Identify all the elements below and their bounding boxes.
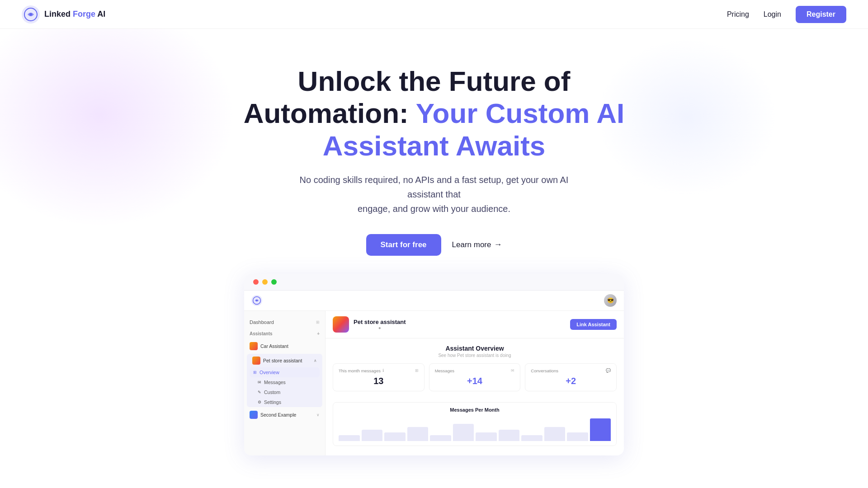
db-sidebar: Dashboard ⊞ Assistants + Car Assistant P… xyxy=(244,311,326,455)
db-overview-title: Assistant Overview xyxy=(333,345,617,352)
user-avatar: 😎 xyxy=(604,294,617,307)
chart-bar xyxy=(544,427,566,441)
link-assistant-button[interactable]: Link Assistant xyxy=(570,319,617,330)
chart-bar xyxy=(476,432,497,441)
dashboard-inner: Dashboard ⊞ Assistants + Car Assistant P… xyxy=(244,311,624,455)
chart-bar xyxy=(590,418,611,441)
db-content-header: Pet store assistant ● Link Assistant xyxy=(326,311,624,338)
car-assistant-avatar xyxy=(250,342,258,350)
chrome-dot-maximize xyxy=(271,279,277,285)
chrome-dot-minimize xyxy=(262,279,268,285)
hero-title: Unlock the Future of Automation: Your Cu… xyxy=(244,65,625,162)
hero-subtitle: No coding skills required, no APIs and a… xyxy=(298,173,570,216)
sidebar-pet-store[interactable]: Pet store assistant ∧ xyxy=(247,354,322,367)
hero-section: Unlock the Future of Automation: Your Cu… xyxy=(0,29,868,483)
pricing-link[interactable]: Pricing xyxy=(727,10,749,19)
db-assistant-status: ● xyxy=(354,325,406,330)
stat-label-2: Conversations 💬 xyxy=(531,368,611,373)
chart-bar xyxy=(567,432,588,441)
db-chart-title: Messages Per Month xyxy=(339,407,611,413)
db-overview-subtitle: See how Pet store assistant is doing xyxy=(333,353,617,358)
stat-label-0: This month messages ℹ ⊞ xyxy=(339,368,419,373)
bg-blob-left xyxy=(0,29,235,228)
nav-links: Pricing Login Register xyxy=(727,6,846,23)
db-main-content: Pet store assistant ● Link Assistant Ass… xyxy=(326,311,624,455)
logo: Linked Forge AI xyxy=(22,5,105,23)
chart-bar xyxy=(407,427,429,441)
svg-point-5 xyxy=(256,300,258,301)
db-header-left: Pet store assistant ● xyxy=(333,316,406,333)
stat-value-2: +2 xyxy=(531,376,611,386)
sidebar-second-example[interactable]: Second Example ∨ xyxy=(244,408,325,422)
stat-value-1: +14 xyxy=(435,376,515,386)
db-assistant-avatar-large xyxy=(333,316,349,333)
stat-card-messages-total: Messages ✉ +14 xyxy=(429,363,521,391)
sidebar-pet-store-section: Pet store assistant ∧ ⊞ Overview ✉ Messa… xyxy=(247,354,322,407)
db-assistant-name: Pet store assistant xyxy=(354,319,406,325)
learn-more-button[interactable]: Learn more → xyxy=(452,240,502,249)
hero-cta: Start for free Learn more → xyxy=(366,234,502,256)
logo-icon xyxy=(22,5,40,23)
db-messages-chart: Messages Per Month xyxy=(333,402,617,446)
db-assistant-info: Pet store assistant ● xyxy=(354,319,406,330)
stat-card-messages: This month messages ℹ ⊞ 13 xyxy=(333,363,425,391)
logo-text: Linked Forge AI xyxy=(44,9,105,19)
chart-bar xyxy=(430,435,451,441)
register-button[interactable]: Register xyxy=(796,6,846,23)
sidebar-messages-item[interactable]: ✉ Messages xyxy=(247,377,322,387)
chart-bar xyxy=(362,430,383,441)
chart-bar xyxy=(384,432,406,441)
login-link[interactable]: Login xyxy=(764,10,781,19)
chart-bar xyxy=(499,430,520,441)
sidebar-custom-item[interactable]: ✎ Custom xyxy=(247,387,322,397)
browser-chrome xyxy=(244,274,624,291)
stat-label-1: Messages ✉ xyxy=(435,368,515,373)
db-chart-area xyxy=(339,416,611,441)
dashboard-preview: 😎 Dashboard ⊞ Assistants + Car Assistant xyxy=(244,274,624,455)
sidebar-overview-item[interactable]: ⊞ Overview xyxy=(250,367,320,377)
svg-point-2 xyxy=(29,13,32,16)
sidebar-settings-item[interactable]: ⚙ Settings xyxy=(247,397,322,407)
pet-store-avatar xyxy=(252,357,260,365)
start-for-free-button[interactable]: Start for free xyxy=(366,234,441,256)
db-logo xyxy=(251,295,262,306)
second-example-avatar xyxy=(250,411,258,419)
stat-card-conversations: Conversations 💬 +2 xyxy=(525,363,617,391)
chart-bar xyxy=(339,435,360,441)
stat-value-0: 13 xyxy=(339,376,419,386)
db-stats-row: This month messages ℹ ⊞ 13 Messages ✉ xyxy=(333,363,617,391)
sidebar-car-assistant[interactable]: Car Assistant xyxy=(244,339,325,353)
chart-bar xyxy=(521,435,542,441)
chrome-dot-close xyxy=(253,279,259,285)
sidebar-dashboard-item[interactable]: Dashboard ⊞ xyxy=(244,316,325,328)
db-overview-section: Assistant Overview See how Pet store ass… xyxy=(326,338,624,398)
chart-bar xyxy=(453,424,474,441)
sidebar-assistants-header: Assistants + xyxy=(244,328,325,339)
arrow-icon: → xyxy=(494,240,502,249)
navbar: Linked Forge AI Pricing Login Register xyxy=(0,0,868,29)
